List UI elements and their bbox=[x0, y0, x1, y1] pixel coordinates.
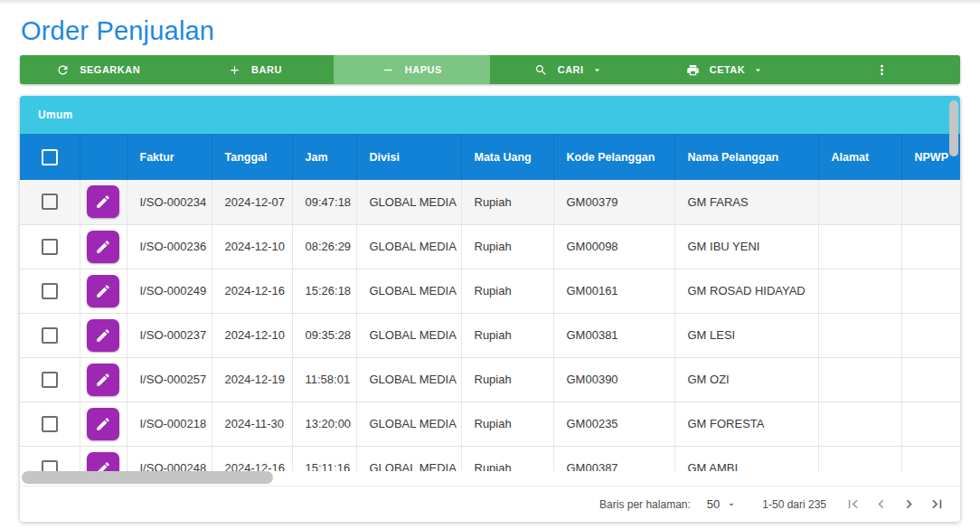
vertical-scrollbar-thumb[interactable] bbox=[949, 100, 958, 156]
row-checkbox[interactable] bbox=[42, 460, 58, 472]
column-header-nama-pelanggan: Nama Pelanggan bbox=[674, 134, 818, 180]
delete-button[interactable]: HAPUS bbox=[334, 55, 490, 84]
refresh-button-label: SEGARKAN bbox=[80, 64, 140, 75]
row-select-cell bbox=[20, 313, 80, 357]
column-header-mata-uang: Mata Uang bbox=[461, 134, 553, 180]
cell-npwp bbox=[901, 180, 960, 224]
plus-icon bbox=[228, 63, 241, 77]
cell-tanggal: 2024-12-19 bbox=[212, 357, 292, 401]
search-icon bbox=[534, 63, 548, 77]
rows-per-page-select[interactable]: 50 bbox=[707, 497, 737, 511]
cell-faktur: I/SO-000218 bbox=[127, 401, 212, 446]
cell-npwp bbox=[901, 269, 960, 313]
more-options-button[interactable] bbox=[804, 55, 960, 84]
print-button[interactable]: CETAK bbox=[646, 55, 803, 84]
cell-npwp bbox=[901, 401, 960, 446]
table-card: Umum Faktur Tanggal Jam Divisi Mata bbox=[20, 96, 960, 522]
cell-mata-uang: Rupiah bbox=[461, 269, 553, 313]
section-title: Umum bbox=[38, 109, 73, 121]
cell-mata-uang: Rupiah bbox=[461, 313, 553, 357]
cell-tanggal: 2024-12-16 bbox=[212, 446, 292, 471]
select-all-checkbox[interactable] bbox=[42, 149, 58, 165]
cell-alamat bbox=[818, 401, 901, 446]
cell-divisi: GLOBAL MEDIA bbox=[356, 357, 461, 401]
cell-jam: 08:26:29 bbox=[292, 224, 356, 269]
cell-mata-uang: Rupiah bbox=[461, 180, 553, 224]
cell-faktur: I/SO-000234 bbox=[127, 180, 212, 224]
row-checkbox[interactable] bbox=[42, 239, 58, 255]
search-button[interactable]: CARI bbox=[490, 55, 646, 84]
cell-alamat bbox=[818, 357, 901, 401]
last-page-button[interactable] bbox=[923, 490, 951, 519]
cell-divisi: GLOBAL MEDIA bbox=[356, 313, 461, 357]
cell-npwp bbox=[901, 224, 960, 269]
row-select-cell bbox=[20, 269, 80, 313]
cell-alamat bbox=[818, 180, 901, 224]
refresh-button[interactable]: SEGARKAN bbox=[20, 55, 176, 84]
cell-divisi: GLOBAL MEDIA bbox=[356, 446, 461, 471]
cell-mata-uang: Rupiah bbox=[461, 224, 553, 269]
row-edit-cell bbox=[80, 313, 127, 357]
row-checkbox[interactable] bbox=[42, 283, 58, 299]
first-page-button[interactable] bbox=[839, 490, 867, 519]
row-edit-cell bbox=[80, 401, 127, 446]
section-header: Umum bbox=[20, 96, 960, 134]
row-checkbox[interactable] bbox=[42, 416, 58, 432]
table-viewport: Faktur Tanggal Jam Divisi Mata Uang Kode… bbox=[20, 134, 960, 471]
table-body: I/SO-000234 2024-12-07 09:47:18 GLOBAL M… bbox=[20, 180, 960, 471]
edit-button[interactable] bbox=[87, 408, 119, 440]
page-top-edge bbox=[0, 0, 980, 4]
pencil-icon bbox=[95, 283, 111, 299]
cell-divisi: GLOBAL MEDIA bbox=[356, 224, 461, 269]
row-select-cell bbox=[20, 446, 80, 471]
cell-kode-pelanggan: GM00381 bbox=[553, 313, 674, 357]
rows-per-page-label: Baris per halaman: bbox=[599, 498, 691, 511]
cell-jam: 11:58:01 bbox=[292, 357, 356, 401]
cell-kode-pelanggan: GM00387 bbox=[553, 446, 674, 471]
row-edit-cell bbox=[80, 446, 127, 471]
edit-button[interactable] bbox=[87, 319, 119, 352]
column-header-kode-pelanggan: Kode Pelanggan bbox=[553, 134, 674, 180]
row-checkbox[interactable] bbox=[42, 327, 58, 344]
cell-nama-pelanggan: GM ROSAD HIDAYAD bbox=[674, 269, 818, 313]
pencil-icon bbox=[95, 460, 111, 472]
row-checkbox[interactable] bbox=[42, 194, 58, 210]
cell-jam: 09:47:18 bbox=[292, 180, 356, 224]
next-page-button[interactable] bbox=[895, 490, 923, 519]
pagination-bar: Baris per halaman: 50 1-50 dari 235 bbox=[20, 486, 960, 522]
cell-kode-pelanggan: GM00098 bbox=[553, 224, 674, 269]
last-page-icon bbox=[928, 496, 946, 513]
cell-alamat bbox=[818, 269, 901, 313]
more-vert-icon bbox=[874, 62, 890, 78]
edit-button[interactable] bbox=[87, 231, 119, 263]
row-edit-cell bbox=[80, 180, 127, 224]
edit-button[interactable] bbox=[87, 185, 119, 218]
column-header-divisi: Divisi bbox=[356, 134, 461, 180]
horizontal-scrollbar-thumb[interactable] bbox=[22, 471, 273, 484]
cell-tanggal: 2024-11-30 bbox=[212, 401, 292, 446]
first-page-icon bbox=[844, 496, 862, 513]
new-button[interactable]: BARU bbox=[176, 55, 333, 84]
chevron-down-icon bbox=[591, 64, 603, 76]
edit-button[interactable] bbox=[87, 364, 119, 396]
print-icon bbox=[686, 63, 700, 77]
table-row: I/SO-000234 2024-12-07 09:47:18 GLOBAL M… bbox=[20, 180, 960, 224]
delete-button-label: HAPUS bbox=[405, 64, 442, 75]
edit-button[interactable] bbox=[87, 452, 119, 472]
previous-page-button[interactable] bbox=[867, 490, 895, 519]
cell-faktur: I/SO-000237 bbox=[127, 313, 212, 357]
table-row: I/SO-000237 2024-12-10 09:35:28 GLOBAL M… bbox=[20, 313, 960, 357]
pencil-icon bbox=[95, 194, 111, 210]
pencil-icon bbox=[95, 239, 111, 255]
row-select-cell bbox=[20, 224, 80, 269]
row-select-cell bbox=[20, 401, 80, 446]
minus-icon bbox=[382, 63, 395, 77]
row-checkbox[interactable] bbox=[42, 372, 58, 388]
cell-nama-pelanggan: GM FORESTA bbox=[674, 401, 818, 446]
cell-jam: 09:35:28 bbox=[292, 313, 356, 357]
pencil-icon bbox=[95, 327, 111, 344]
row-edit-cell bbox=[80, 224, 127, 269]
edit-button[interactable] bbox=[87, 275, 119, 307]
toolbar: SEGARKAN BARU HAPUS CARI CETAK bbox=[20, 55, 960, 84]
chevron-left-icon bbox=[872, 496, 890, 513]
